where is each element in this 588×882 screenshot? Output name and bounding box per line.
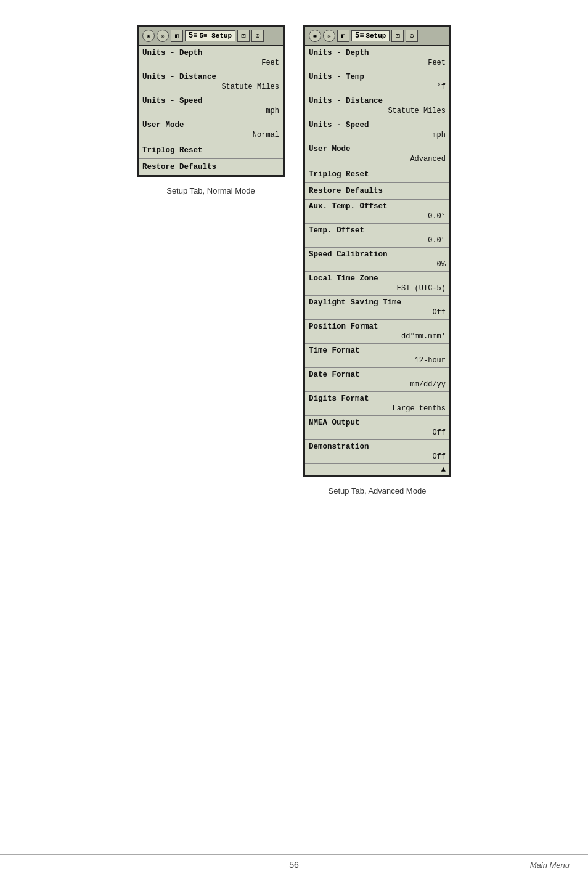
normal-item-units-speed[interactable]: Units - Speed mph (139, 94, 283, 118)
normal-label-triplog-reset: Triplog Reset (139, 142, 283, 158)
adv-header-btn-camera[interactable]: ⊡ (391, 30, 404, 42)
adv-label-user-mode: User Mode (305, 142, 449, 154)
adv-label-date-format: Date Format (305, 368, 449, 380)
advanced-screen: ◉ ✳ ◧ 5≡ Setup ⊡ ⊕ (303, 25, 451, 477)
adv-item-units-speed[interactable]: Units - Speed mph (305, 118, 449, 142)
adv-header-icon-map: ◧ (337, 30, 349, 42)
header-icon-signal: ◉ (142, 30, 155, 42)
adv-value-time-format: 12-hour (305, 356, 449, 367)
adv-value-speed-calibration: 0% (305, 259, 449, 271)
adv-item-time-format[interactable]: Time Format 12-hour (305, 344, 449, 368)
adv-value-aux-temp-offset: 0.0° (305, 211, 449, 223)
advanced-caption: Setup Tab, Advanced Mode (329, 486, 427, 496)
normal-value-user-mode: Normal (139, 130, 283, 142)
adv-header-btn-power[interactable]: ⊕ (406, 30, 418, 42)
adv-value-nmea-output: Off (305, 428, 449, 439)
normal-label-units-speed: Units - Speed (139, 94, 283, 106)
adv-value-demonstration: Off (305, 452, 449, 463)
adv-item-units-depth[interactable]: Units - Depth Feet (305, 46, 449, 70)
adv-item-daylight-saving[interactable]: Daylight Saving Time Off (305, 296, 449, 320)
normal-item-units-depth[interactable]: Units - Depth Feet (139, 46, 283, 70)
adv-value-user-mode: Advanced (305, 154, 449, 166)
header-btn-camera[interactable]: ⊡ (237, 30, 250, 42)
adv-label-demonstration: Demonstration (305, 440, 449, 452)
adv-value-position-format: dd°mm.mmm' (305, 332, 449, 343)
adv-value-date-format: mm/dd/yy (305, 380, 449, 391)
footer-page-number: 56 (202, 855, 386, 870)
normal-value-units-distance: Statute Miles (139, 82, 283, 94)
adv-label-time-format: Time Format (305, 344, 449, 356)
normal-screen: ◉ ✳ ◧ 5≡ 5≡ Setup ⊡ ⊕ (137, 25, 285, 177)
adv-label-units-speed: Units - Speed (305, 118, 449, 130)
normal-label-restore-defaults: Restore Defaults (139, 159, 283, 175)
adv-value-units-speed: mph (305, 130, 449, 142)
adv-item-demonstration[interactable]: Demonstration Off (305, 440, 449, 464)
scroll-down-arrow: ▲ (305, 464, 449, 475)
normal-menu-list: Units - Depth Feet Units - Distance Stat… (139, 46, 283, 175)
normal-item-triplog-reset[interactable]: Triplog Reset (139, 142, 283, 159)
adv-item-nmea-output[interactable]: NMEA Output Off (305, 416, 449, 440)
adv-label-position-format: Position Format (305, 320, 449, 332)
adv-item-digits-format[interactable]: Digits Format Large tenths (305, 392, 449, 416)
adv-value-local-time-zone: EST (UTC-5) (305, 284, 449, 295)
adv-item-aux-temp-offset[interactable]: Aux. Temp. Offset 0.0° (305, 200, 449, 224)
adv-value-units-depth: Feet (305, 58, 449, 70)
adv-value-temp-offset: 0.0° (305, 235, 449, 247)
header-icon-star: ✳ (157, 30, 169, 42)
adv-header-setup-label: 5≡ Setup (351, 30, 390, 41)
normal-label-units-distance: Units - Distance (139, 70, 283, 82)
normal-value-units-depth: Feet (139, 58, 283, 70)
adv-item-restore-defaults[interactable]: Restore Defaults (305, 183, 449, 200)
adv-label-aux-temp-offset: Aux. Temp. Offset (305, 200, 449, 211)
adv-item-user-mode[interactable]: User Mode Advanced (305, 142, 449, 166)
adv-label-daylight-saving: Daylight Saving Time (305, 296, 449, 308)
adv-value-units-distance: Statute Miles (305, 106, 449, 118)
adv-label-triplog-reset: Triplog Reset (305, 166, 449, 182)
adv-item-speed-calibration[interactable]: Speed Calibration 0% (305, 248, 449, 272)
advanced-header: ◉ ✳ ◧ 5≡ Setup ⊡ ⊕ (305, 27, 449, 46)
adv-item-triplog-reset[interactable]: Triplog Reset (305, 166, 449, 183)
normal-value-units-speed: mph (139, 106, 283, 118)
adv-header-icon-star: ✳ (323, 30, 335, 42)
adv-item-position-format[interactable]: Position Format dd°mm.mmm' (305, 320, 449, 344)
adv-label-units-depth: Units - Depth (305, 46, 449, 58)
normal-label-user-mode: User Mode (139, 118, 283, 130)
page-content: ◉ ✳ ◧ 5≡ 5≡ Setup ⊡ ⊕ (0, 0, 588, 533)
adv-value-units-temp: °f (305, 82, 449, 94)
advanced-mode-panel: ◉ ✳ ◧ 5≡ Setup ⊡ ⊕ (303, 25, 451, 496)
adv-item-local-time-zone[interactable]: Local Time Zone EST (UTC-5) (305, 272, 449, 296)
adv-item-date-format[interactable]: Date Format mm/dd/yy (305, 368, 449, 392)
normal-item-restore-defaults[interactable]: Restore Defaults (139, 159, 283, 175)
normal-mode-panel: ◉ ✳ ◧ 5≡ 5≡ Setup ⊡ ⊕ (137, 25, 285, 195)
adv-item-temp-offset[interactable]: Temp. Offset 0.0° (305, 224, 449, 248)
normal-header: ◉ ✳ ◧ 5≡ 5≡ Setup ⊡ ⊕ (139, 27, 283, 46)
header-setup-label: 5≡ 5≡ Setup (185, 30, 235, 41)
advanced-menu-list: Units - Depth Feet Units - Temp °f Units… (305, 46, 449, 475)
normal-caption: Setup Tab, Normal Mode (166, 186, 255, 195)
normal-item-user-mode[interactable]: User Mode Normal (139, 118, 283, 142)
adv-label-units-temp: Units - Temp (305, 70, 449, 82)
header-icon-map: ◧ (171, 30, 183, 42)
adv-label-units-distance: Units - Distance (305, 94, 449, 106)
adv-value-digits-format: Large tenths (305, 404, 449, 415)
header-btn-power[interactable]: ⊕ (251, 30, 264, 42)
footer-section-label: Main Menu (530, 855, 570, 870)
adv-label-local-time-zone: Local Time Zone (305, 272, 449, 284)
adv-value-daylight-saving: Off (305, 308, 449, 319)
adv-item-units-temp[interactable]: Units - Temp °f (305, 70, 449, 94)
adv-label-speed-calibration: Speed Calibration (305, 248, 449, 259)
adv-label-temp-offset: Temp. Offset (305, 224, 449, 235)
adv-label-nmea-output: NMEA Output (305, 416, 449, 428)
adv-label-restore-defaults: Restore Defaults (305, 183, 449, 199)
adv-item-units-distance[interactable]: Units - Distance Statute Miles (305, 94, 449, 118)
normal-label-units-depth: Units - Depth (139, 46, 283, 58)
adv-header-icon-signal: ◉ (309, 30, 321, 42)
adv-label-digits-format: Digits Format (305, 392, 449, 404)
normal-item-units-distance[interactable]: Units - Distance Statute Miles (139, 70, 283, 94)
page-footer: 56 Main Menu (0, 854, 588, 870)
